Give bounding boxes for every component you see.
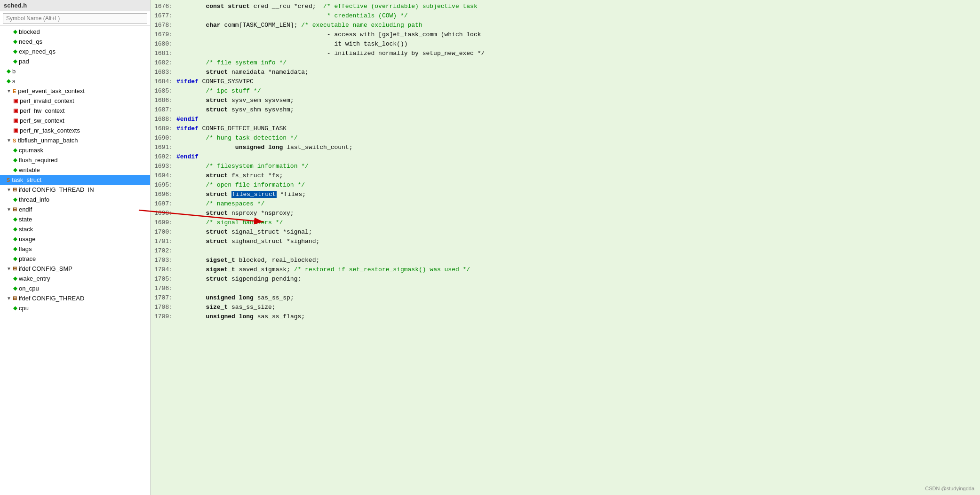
search-box[interactable] [0,11,150,26]
code-line: 1685: /* ipc stuff */ [151,86,980,96]
comment: * namespaces */ [209,200,264,207]
item-icon: ◆ [7,68,10,74]
sidebar-item-writable[interactable]: ◆writable [0,165,150,175]
line-content: it with task_lock()) [176,39,980,49]
line-content: struct nameidata *nameidata; [176,68,980,77]
sidebar-item-ifdef_CONFIG_THREAD[interactable]: ▼⊞ifdef CONFIG_THREAD [0,293,150,303]
item-label: blocked [19,28,40,35]
comment: * filesystem information */ [209,163,309,170]
sidebar-item-pad[interactable]: ◆pad [0,56,150,66]
sidebar-item-ifdef_CONFIG_SMP[interactable]: ▼⊞ifdef CONFIG_SMP [0,264,150,274]
comment: * file system info */ [209,59,287,66]
line-number: 1705: [151,275,176,284]
code-line: 1692:#endif [151,152,980,162]
item-label: on_cpu [19,285,39,292]
line-content: struct fs_struct *fs; [176,171,980,181]
code-line: 1686: struct sysv_sem sysvsem; [151,96,980,105]
symbol-tree: ◆blocked◆need_qs◆exp_need_qs◆pad◆b◆s▼Epe… [0,26,150,495]
sidebar-item-blocked[interactable]: ◆blocked [0,27,150,37]
item-label: cpu [19,305,29,312]
sidebar-item-usage[interactable]: ◆usage [0,234,150,244]
code-line: 1683: struct nameidata *nameidata; [151,68,980,77]
line-number: 1702: [151,246,176,256]
item-label: stack [19,226,33,233]
keyword: struct [206,210,228,217]
sidebar-item-task_struct[interactable]: Stask_struct [0,175,150,185]
sidebar-item-perf_sw_context[interactable]: ▣perf_sw_context [0,116,150,126]
item-label: ptrace [19,255,36,262]
line-content: /* ipc stuff */ [176,86,980,96]
line-number: 1676: [151,2,176,11]
line-number: 1678: [151,21,176,30]
item-icon: ◆ [13,305,17,311]
keyword: sigset_t [206,266,235,273]
line-number: 1698: [151,209,176,218]
line-number: 1706: [151,284,176,293]
sidebar-item-ifdef_CONFIG_THREAD_IN[interactable]: ▼⊞ifdef CONFIG_THREAD_IN [0,185,150,195]
sidebar-item-cpumask[interactable]: ◆cpumask [0,145,150,155]
item-label: flush_required [19,157,57,164]
line-number: 1689: [151,124,176,134]
sidebar-item-perf_invalid_context[interactable]: ▣perf_invalid_context [0,96,150,106]
code-line: 1708: size_t sas_ss_size; [151,303,980,312]
item-icon: ◆ [13,39,17,45]
line-content: - initialized normally by setup_new_exec… [176,49,980,58]
item-icon: ◆ [13,167,17,173]
sidebar-item-cpu[interactable]: ◆cpu [0,303,150,313]
code-line: 1677: * credentials (COW) */ [151,11,980,21]
search-input[interactable] [3,13,147,24]
code-panel[interactable]: 1676: const struct cred __rcu *cred; /* … [151,0,980,495]
keyword: struct [206,172,228,179]
code-line: 1698: struct nsproxy *nsproxy; [151,209,980,218]
item-label: wake_entry [19,275,50,282]
item-icon: E [13,88,16,94]
item-icon: ◆ [13,236,17,242]
keyword: struct [206,106,228,113]
code-line: 1696: struct files_struct *files; [151,190,980,199]
code-line: 1701: struct sighand_struct *sighand; [151,237,980,246]
sidebar-item-b[interactable]: ◆b [0,66,150,76]
code-line: 1702: [151,246,980,256]
keyword: size_t [206,304,228,311]
line-number: 1687: [151,105,176,115]
line-content: /* filesystem information */ [176,162,980,171]
line-number: 1681: [151,49,176,58]
item-label: state [19,216,32,223]
sidebar-item-exp_need_qs[interactable]: ◆exp_need_qs [0,47,150,56]
sidebar-item-stack[interactable]: ◆stack [0,224,150,234]
keyword: long [268,144,283,151]
sidebar-item-on_cpu[interactable]: ◆on_cpu [0,283,150,293]
sidebar-item-tlbflush_unmap_batch[interactable]: ▼Stlbflush_unmap_batch [0,135,150,145]
item-label: pad [19,58,29,65]
item-icon: ◆ [13,275,17,282]
sidebar-item-s[interactable]: ◆s [0,76,150,86]
sidebar-item-wake_entry[interactable]: ◆wake_entry [0,274,150,283]
keyword: struct [206,97,228,104]
item-icon: S [7,177,10,183]
line-number: 1707: [151,293,176,303]
code-line: 1693: /* filesystem information */ [151,162,980,171]
sidebar-item-need_qs[interactable]: ◆need_qs [0,37,150,47]
sidebar-item-endif[interactable]: ▼⊞endif [0,204,150,214]
line-content: struct sighand_struct *sighand; [176,237,980,246]
sidebar-item-perf_nr_task_contexts[interactable]: ▣perf_nr_task_contexts [0,126,150,135]
code-line: 1690: /* hung task detection */ [151,134,980,143]
sidebar-item-thread_info[interactable]: ◆thread_info [0,195,150,204]
keyword: long [239,313,254,320]
line-number: 1708: [151,303,176,312]
code-line: 1682: /* file system info */ [151,58,980,68]
sidebar-item-ptrace[interactable]: ◆ptrace [0,254,150,264]
sidebar-item-flags[interactable]: ◆flags [0,244,150,254]
comment: * signal handlers */ [209,219,283,226]
item-icon: ◆ [13,157,17,163]
sidebar-item-perf_event_task_context[interactable]: ▼Eperf_event_task_context [0,86,150,96]
item-icon: ◆ [13,256,17,262]
sidebar-item-perf_hw_context[interactable]: ▣perf_hw_context [0,106,150,116]
line-content: #ifdef CONFIG_SYSVIPC [176,77,980,86]
sidebar-item-flush_required[interactable]: ◆flush_required [0,155,150,165]
sidebar-item-state[interactable]: ◆state [0,214,150,224]
line-number: 1700: [151,228,176,237]
keyword: struct [206,228,228,236]
line-content: #endif [176,152,980,162]
highlighted-token: files_struct [231,191,277,198]
